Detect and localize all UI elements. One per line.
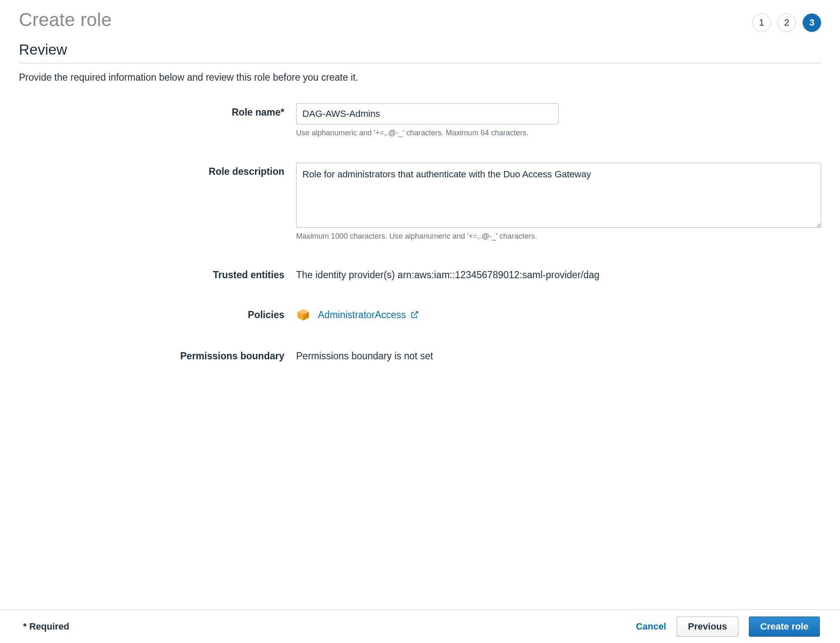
policy-link[interactable]: AdministratorAccess (318, 309, 419, 321)
external-link-icon (410, 311, 419, 319)
review-heading: Review (19, 41, 821, 58)
step-2[interactable]: 2 (777, 13, 796, 32)
policies-label: Policies (19, 306, 296, 321)
role-name-label: Role name* (19, 103, 296, 118)
role-name-hint: Use alphanumeric and '+=,.@-_' character… (296, 129, 821, 137)
footer-buttons: Cancel Previous Create role (636, 617, 820, 637)
page-title: Create role (19, 9, 112, 30)
policy-box-icon (296, 308, 310, 322)
previous-button[interactable]: Previous (677, 617, 738, 637)
step-3[interactable]: 3 (803, 13, 821, 32)
role-description-row: Role description Maximum 1000 characters… (19, 163, 821, 241)
role-name-row: Role name* Use alphanumeric and '+=,.@-_… (19, 103, 821, 137)
role-description-input[interactable] (296, 163, 821, 228)
role-description-hint: Maximum 1000 characters. Use alphanumeri… (296, 232, 821, 241)
review-subheading: Provide the required information below a… (19, 72, 821, 83)
permissions-boundary-row: Permissions boundary Permissions boundar… (19, 347, 821, 362)
policy-item: AdministratorAccess (296, 306, 821, 322)
required-note: * Required (23, 621, 69, 632)
create-role-button[interactable]: Create role (749, 617, 820, 637)
role-description-label: Role description (19, 163, 296, 177)
cancel-button[interactable]: Cancel (636, 621, 666, 632)
permissions-boundary-label: Permissions boundary (19, 347, 296, 362)
stepper: 1 2 3 (752, 13, 821, 32)
role-name-input[interactable] (296, 103, 559, 124)
policy-name: AdministratorAccess (318, 309, 406, 321)
step-1[interactable]: 1 (752, 13, 771, 32)
trusted-entities-label: Trusted entities (19, 266, 296, 281)
header-row: Create role 1 2 3 (19, 9, 821, 32)
trusted-entities-row: Trusted entities The identity provider(s… (19, 266, 821, 281)
divider (19, 63, 821, 63)
permissions-boundary-value: Permissions boundary is not set (296, 347, 821, 362)
policies-row: Policies AdministratorAccess (19, 306, 821, 322)
footer-bar: * Required Cancel Previous Create role (0, 609, 840, 643)
trusted-entities-value: The identity provider(s) arn:aws:iam::12… (296, 266, 821, 281)
